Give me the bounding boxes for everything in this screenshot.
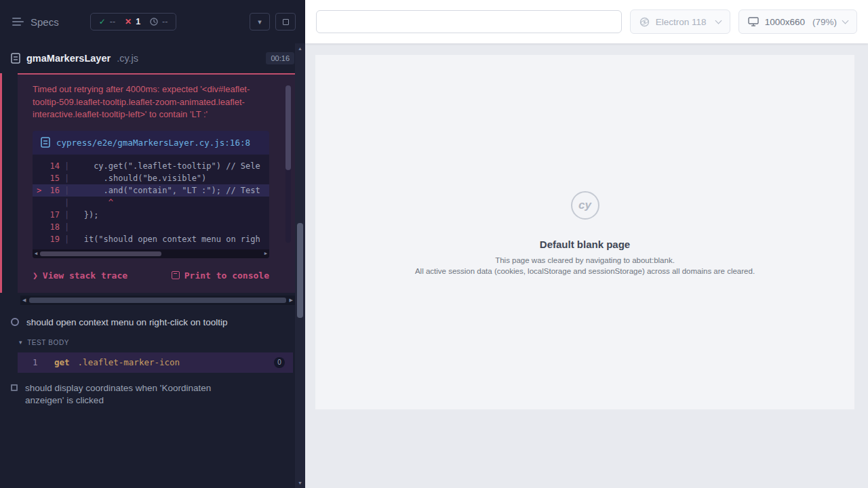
aut-viewport: cy Default blank page This page was clea… — [305, 43, 868, 488]
test-body-label: TEST BODY — [27, 339, 69, 346]
reporter-panel: Specs ✓ -- ✕ 1 -- ▾ — [0, 0, 305, 488]
code-line-current: >16| .and("contain", "LT :"); // Test — [33, 184, 269, 197]
scroll-down-icon[interactable]: ▼ — [295, 481, 305, 485]
error-vertical-scrollbar[interactable] — [285, 85, 291, 243]
spec-extension: .cy.js — [117, 53, 138, 64]
scroll-right-icon[interactable]: ▶ — [290, 298, 293, 302]
address-bar[interactable] — [316, 10, 622, 33]
reporter-scrollbar-thumb[interactable] — [29, 298, 285, 303]
command-args: .leaflet-marker-icon — [78, 357, 180, 367]
test-stats: ✓ -- ✕ 1 -- — [90, 13, 177, 30]
chevron-down-icon — [842, 17, 849, 24]
command-number: 1 — [33, 357, 54, 367]
test-title: should open context menu on right-click … — [26, 317, 227, 327]
stat-passed: ✓ -- — [99, 17, 115, 26]
specs-title: Specs — [31, 16, 59, 28]
browser-selector[interactable]: Electron 118 — [630, 9, 730, 34]
view-stack-trace-link[interactable]: ❯ View stack trace — [33, 270, 127, 281]
aut-panel: Electron 118 1000x660 (79%) cy Default b… — [305, 0, 868, 488]
fail-accent-stripe — [0, 73, 2, 293]
command-count-badge: 0 — [274, 357, 285, 368]
chevron-down-icon: ▾ — [258, 18, 262, 26]
failed-attempt-region: Timed out retrying after 4000ms: expecte… — [0, 73, 295, 293]
scroll-up-icon[interactable]: ▲ — [295, 46, 305, 51]
blank-page-title: Default blank page — [540, 239, 630, 250]
viewport-icon — [748, 17, 759, 26]
error-scrollbar-thumb[interactable] — [285, 85, 291, 170]
code-line: 15| .should("be.visible") — [33, 172, 269, 184]
blank-page-line2: All active session data (cookies, localS… — [415, 267, 755, 275]
viewport-zoom: (79%) — [812, 17, 837, 27]
stop-button[interactable] — [275, 13, 296, 30]
scroll-left-icon[interactable]: ◀ — [22, 298, 26, 302]
spec-file-icon — [11, 53, 20, 64]
fail-icon: ✕ — [125, 17, 132, 26]
clock-icon — [150, 18, 158, 26]
viewport-selector[interactable]: 1000x660 (79%) — [738, 9, 857, 34]
code-line: 19| it("should open context menu on righ — [33, 233, 269, 245]
code-scrollbar-thumb[interactable] — [40, 251, 161, 256]
stat-failed: ✕ 1 — [125, 17, 140, 26]
blank-page: cy Default blank page This page was clea… — [315, 55, 854, 409]
test-pending-icon — [11, 384, 18, 391]
code-frame: cypress/e2e/gmaMarkersLayer.cy.js:16:8 1… — [33, 131, 269, 258]
stat-pending: -- — [150, 17, 167, 26]
chevron-down-icon — [715, 17, 722, 24]
blank-page-line1: This page was cleared by navigating to a… — [495, 256, 675, 264]
scroll-left-icon[interactable]: ◀ — [35, 251, 37, 256]
code-frame-body: 14| cy.get(".leaflet-tooltip") // Sele 1… — [33, 155, 269, 258]
reporter-horizontal-scrollbar[interactable]: ◀ ▶ — [20, 296, 295, 305]
test-body-section[interactable]: ▾ TEST BODY — [0, 334, 305, 351]
error-panel: Timed out retrying after 4000ms: expecte… — [18, 73, 295, 293]
reporter-vscrollbar-thumb[interactable] — [297, 223, 303, 318]
cypress-logo: cy — [571, 191, 599, 220]
chevron-right-icon: ❯ — [33, 270, 38, 281]
code-frame-header[interactable]: cypress/e2e/gmaMarkersLayer.cy.js:16:8 — [33, 131, 269, 155]
command-name: get — [54, 357, 70, 367]
specs-list-icon[interactable] — [12, 17, 24, 26]
test-item-active[interactable]: should open context menu on right-click … — [0, 310, 305, 334]
code-horizontal-scrollbar[interactable]: ◀ ▶ — [33, 249, 269, 258]
code-frame-filename: cypress/e2e/gmaMarkersLayer.cy.js:16:8 — [56, 137, 250, 148]
error-message: Timed out retrying after 4000ms: expecte… — [18, 75, 295, 124]
spec-duration-badge: 00:16 — [266, 52, 294, 64]
spec-name: gmaMarkersLayer — [26, 53, 111, 64]
print-icon — [172, 271, 180, 279]
print-to-console-button[interactable]: Print to console — [172, 270, 269, 281]
command-log-entry[interactable]: 1 get .leaflet-marker-icon 0 — [18, 352, 293, 373]
reporter-vertical-scrollbar[interactable]: ▲ ▼ — [295, 43, 305, 488]
chevron-down-icon: ▾ — [19, 339, 22, 346]
aut-header: Electron 118 1000x660 (79%) — [305, 0, 868, 43]
code-line: 17| }); — [33, 209, 269, 221]
check-icon: ✓ — [99, 17, 106, 26]
code-line: 18| — [33, 221, 269, 233]
viewport-size: 1000x660 — [765, 17, 805, 27]
collapse-runs-button[interactable]: ▾ — [250, 13, 270, 30]
browser-icon — [639, 17, 650, 27]
stop-icon — [283, 19, 289, 25]
reporter-header: Specs ✓ -- ✕ 1 -- ▾ — [0, 0, 305, 43]
browser-label: Electron 118 — [656, 17, 707, 27]
code-file-icon — [41, 137, 50, 148]
code-line-caret: | ^ — [33, 197, 269, 209]
spec-header[interactable]: gmaMarkersLayer .cy.js 00:16 — [0, 43, 305, 73]
test-item-pending[interactable]: should display coordinates when 'Koordin… — [0, 373, 305, 413]
test-running-icon — [11, 318, 19, 326]
current-line-arrow-icon: > — [37, 184, 45, 197]
code-line: 14| cy.get(".leaflet-tooltip") // Sele — [33, 160, 269, 172]
scroll-right-icon[interactable]: ▶ — [264, 251, 267, 256]
test-title: should display coordinates when 'Koordin… — [25, 382, 252, 407]
